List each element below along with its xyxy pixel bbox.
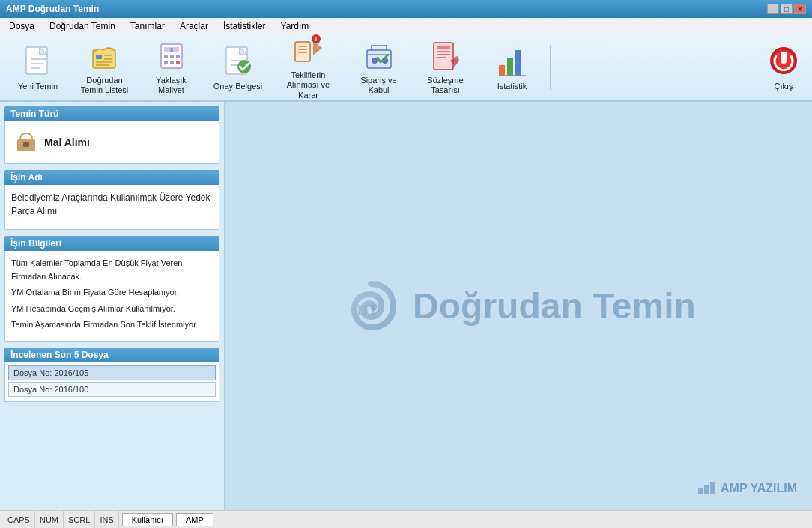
svg-rect-41 xyxy=(499,65,505,76)
yeni-temin-label: Yeni Temin xyxy=(18,82,58,91)
svg-text:$: $ xyxy=(170,47,173,52)
dogrudan-temin-listesi-label: Doğrudan Temin Listesi xyxy=(76,76,133,95)
tekliflerin-alinmasi-label: Tekliflerin Alınması ve Karar xyxy=(276,70,340,100)
menu-bar: Dosya Doğrudan Temin Tanımlar Araçlar İs… xyxy=(0,18,812,34)
main-area: Temin Türü Mal Alımı İşin Adı xyxy=(0,102,812,510)
yeni-temin-icon xyxy=(20,43,56,79)
status-tab-kullanici[interactable]: Kullanıcı xyxy=(122,513,173,526)
status-tab-amp[interactable]: AMP xyxy=(176,513,213,526)
sozlesme-tasarisi-label: Sözleşme Tasarısı xyxy=(417,76,473,95)
brand-logo: DT Doğrudan Temin xyxy=(341,276,696,336)
isin-adi-value: Belediyemiz Araçlarında Kullanılmak Üzer… xyxy=(11,192,210,216)
mal-alimi-icon xyxy=(14,130,38,154)
toolbar: Yeni Temin Doğrudan Temin Listesi xyxy=(0,34,812,102)
bilgi-line-3: YM Hesabında Geçmiş Alımlar Kullanılmıyo… xyxy=(11,303,213,316)
bilgi-line-2: YM Ortalama Birim Fiyata Göre Hesaplanıy… xyxy=(11,286,213,300)
status-bar: CAPS NUM SCRL INS Kullanıcı AMP xyxy=(0,510,812,528)
toolbar-sozlesme-tasarisi[interactable]: Sözleşme Tasarısı xyxy=(413,38,477,97)
incelenen-item-1[interactable]: Dosya No: 2016/100 xyxy=(8,382,216,397)
minimize-button[interactable]: _ xyxy=(767,4,779,14)
amp-yazilim: AMP YAZILIM xyxy=(698,482,797,495)
toolbar-tekliflerin-alinmasi[interactable]: ! Tekliflerin Alınması ve Karar xyxy=(273,38,344,97)
isin-adi-header: İşin Adı xyxy=(4,170,219,185)
isin-adi-body: Belediyemiz Araçlarında Kullanılmak Üzer… xyxy=(4,185,219,230)
yaklasik-maliyet-icon: $ xyxy=(154,40,190,73)
svg-rect-14 xyxy=(170,55,174,58)
menu-dosya[interactable]: Dosya xyxy=(3,19,40,33)
svg-rect-17 xyxy=(170,61,174,64)
svg-point-33 xyxy=(372,58,378,64)
menu-istatistikler[interactable]: İstatistikler xyxy=(217,19,272,33)
toolbar-siparis-ve-kabul[interactable]: Sipariş ve Kabul xyxy=(347,38,410,97)
menu-araclar[interactable]: Araçlar xyxy=(174,19,214,33)
menu-dogrudan-temin[interactable]: Doğrudan Temin xyxy=(43,19,121,33)
bilgi-line-4: Temin Aşamasında Firmadan Son Teklif İst… xyxy=(11,318,213,332)
isin-adi-section: İşin Adı Belediyemiz Araçlarında Kullanı… xyxy=(4,170,219,230)
svg-rect-15 xyxy=(176,55,180,58)
temin-turu-body: Mal Alımı xyxy=(4,121,219,164)
amp-yazilim-bars-icon xyxy=(698,482,715,494)
exit-icon xyxy=(766,43,802,79)
exit-label: Çıkış xyxy=(774,82,793,91)
incelenen-header: İncelenen Son 5 Dosya xyxy=(4,348,219,362)
isin-bilgileri-lines: Tüm Kalemler Toplamda En Düşük Fiyat Ver… xyxy=(11,257,213,332)
onay-belgesi-icon xyxy=(220,43,256,79)
incelenen-section: İncelenen Son 5 Dosya Dosya No: 2016/105… xyxy=(4,348,219,402)
maximize-button[interactable]: □ xyxy=(781,4,793,14)
bilgi-line-1: Tüm Kalemler Toplamda En Düşük Fiyat Ver… xyxy=(11,257,213,283)
isin-bilgileri-section: İşin Bilgileri Tüm Kalemler Toplamda En … xyxy=(4,236,219,342)
status-scrl: SCRL xyxy=(64,511,95,528)
menu-tanimlar[interactable]: Tanımlar xyxy=(124,19,171,33)
status-caps: CAPS xyxy=(3,511,35,528)
status-ins: INS xyxy=(95,511,118,528)
tekliflerin-alinmasi-icon: ! xyxy=(291,34,327,67)
svg-rect-6 xyxy=(96,55,102,59)
siparis-ve-kabul-icon xyxy=(361,40,397,73)
amp-yazilim-text: AMP YAZILIM xyxy=(721,482,797,495)
istatistik-icon xyxy=(494,43,530,79)
siparis-ve-kabul-label: Sipariş ve Kabul xyxy=(351,76,407,95)
svg-rect-42 xyxy=(507,58,513,76)
svg-rect-50 xyxy=(23,142,29,147)
right-panel: DT Doğrudan Temin AMP YAZILIM xyxy=(225,102,812,510)
svg-rect-43 xyxy=(515,50,521,76)
status-num: NUM xyxy=(35,511,64,528)
close-button[interactable]: × xyxy=(794,4,806,14)
title-bar-text: AMP Doğrudan Temin xyxy=(6,4,99,14)
toolbar-dogrudan-temin-listesi[interactable]: Doğrudan Temin Listesi xyxy=(73,38,136,97)
dt-logo-icon: DT xyxy=(341,276,401,336)
svg-rect-16 xyxy=(164,61,168,64)
svg-rect-48 xyxy=(781,52,787,58)
temin-turu-value: Mal Alımı xyxy=(44,136,90,148)
yaklasik-maliyet-label: Yaklaşık Maliyet xyxy=(143,76,199,95)
left-panel: Temin Türü Mal Alımı İşin Adı xyxy=(0,102,225,510)
toolbar-separator xyxy=(550,45,551,90)
menu-yardim[interactable]: Yardım xyxy=(275,19,315,33)
dogrudan-temin-listesi-icon xyxy=(87,40,123,73)
brand-text: Doğrudan Temin xyxy=(413,285,696,327)
toolbar-yeni-temin[interactable]: Yeni Temin xyxy=(6,38,70,97)
svg-rect-13 xyxy=(164,55,168,58)
onay-belgesi-label: Onay Belgesi xyxy=(213,82,262,91)
toolbar-exit[interactable]: Çıkış xyxy=(761,38,806,97)
svg-text:!: ! xyxy=(315,35,317,43)
isin-bilgileri-body: Tüm Kalemler Toplamda En Düşük Fiyat Ver… xyxy=(4,251,219,342)
temin-turu-header: Temin Türü xyxy=(4,106,219,121)
toolbar-onay-belgesi[interactable]: Onay Belgesi xyxy=(206,38,270,97)
toolbar-istatistik[interactable]: İstatistik xyxy=(480,38,544,97)
title-bar: AMP Doğrudan Temin _ □ × xyxy=(0,0,812,18)
isin-bilgileri-header: İşin Bilgileri xyxy=(4,236,219,251)
sozlesme-tasarisi-icon xyxy=(428,40,464,73)
incelenen-item-0[interactable]: Dosya No: 2016/105 xyxy=(8,365,216,380)
svg-rect-18 xyxy=(176,61,180,64)
title-bar-controls: _ □ × xyxy=(767,4,806,14)
svg-rect-36 xyxy=(437,46,450,49)
incelenen-body: Dosya No: 2016/105 Dosya No: 2016/100 xyxy=(4,362,219,402)
temin-turu-item: Mal Alımı xyxy=(11,127,213,157)
toolbar-yaklasik-maliyet[interactable]: $ Yaklaşık Maliyet xyxy=(139,38,203,97)
istatistik-label: İstatistik xyxy=(497,82,527,91)
svg-rect-25 xyxy=(295,42,310,61)
svg-text:DT: DT xyxy=(357,302,378,318)
temin-turu-section: Temin Türü Mal Alımı xyxy=(4,106,219,164)
